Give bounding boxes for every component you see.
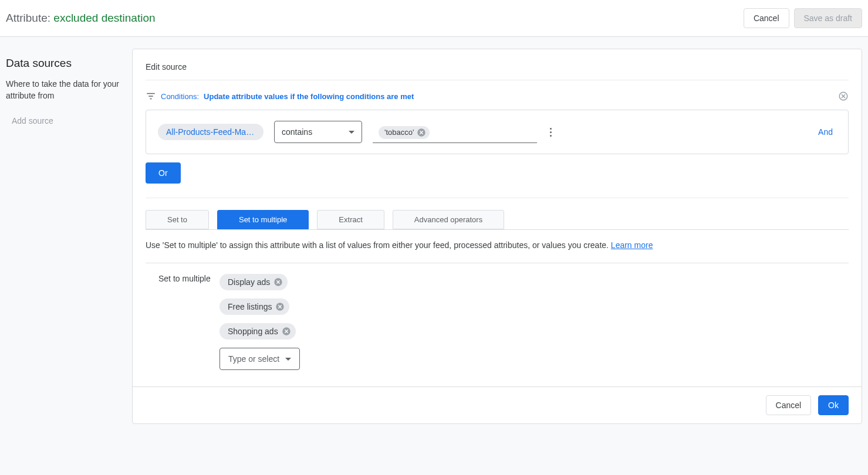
multi-value-text: Shopping ads [228,327,278,336]
condition-value-chip[interactable]: 'tobacco' [379,126,430,139]
attribute-label-prefix: Attribute: [6,12,53,24]
condition-value-text: 'tobacco' [384,128,414,137]
multi-values-list: Display ads Free listings Shopping ads [219,274,300,370]
remove-chip-button[interactable] [275,302,285,311]
type-or-select-input[interactable]: Type or select [219,348,300,370]
set-to-multiple-label: Set to multiple [158,274,219,370]
edit-source-title: Edit source [133,49,862,80]
tab-set-to-multiple[interactable]: Set to multiple [217,210,309,229]
conditions-label: Conditions: [161,92,199,101]
sidebar: Data sources Where to take the data for … [6,37,132,424]
close-icon [417,128,426,137]
remove-chip-button[interactable] [273,277,283,287]
close-icon [273,277,283,287]
condition-source-chip[interactable]: All-Products-Feed-Magent… [158,124,264,140]
panel-footer: Cancel Ok [133,386,862,423]
close-icon [282,327,291,336]
multi-value-chip[interactable]: Shopping ads [219,323,296,340]
remove-value-button[interactable] [417,128,426,137]
conditions-header: Conditions: Update attribute values if t… [133,80,862,110]
multi-value-chip[interactable]: Display ads [219,274,288,290]
page-header: Attribute: excluded destination Cancel S… [0,0,868,37]
save-draft-button: Save as draft [794,8,863,28]
sidebar-description: Where to take the data for your attribut… [6,78,132,102]
condition-menu-button[interactable] [548,125,554,139]
chevron-down-icon [285,358,291,361]
panel-cancel-button[interactable]: Cancel [766,395,812,415]
type-or-select-placeholder: Type or select [228,354,279,364]
condition-operator-select[interactable]: contains [274,121,362,143]
panel-ok-button[interactable]: Ok [818,395,849,415]
close-conditions-button[interactable] [838,91,849,101]
header-actions: Cancel Save as draft [744,8,862,28]
close-icon [275,302,285,311]
conditions-text: Update attribute values if the following… [204,92,414,101]
condition-operator-value: contains [282,127,312,137]
chevron-down-icon [349,131,354,134]
cancel-button[interactable]: Cancel [744,8,789,28]
multi-value-chip[interactable]: Free listings [219,298,289,315]
helper-text: Use 'Set to multiple' to assign this att… [133,230,862,263]
condition-value-input[interactable]: 'tobacco' [373,121,537,143]
learn-more-link[interactable]: Learn more [611,240,653,250]
close-icon [838,91,849,101]
helper-text-content: Use 'Set to multiple' to assign this att… [146,240,611,250]
filter-icon [146,91,156,101]
divider [146,198,849,198]
sidebar-title: Data sources [6,57,132,70]
add-source-link[interactable]: Add source [6,116,132,125]
multi-value-text: Display ads [228,277,270,287]
tab-advanced-operators[interactable]: Advanced operators [393,210,504,229]
tab-extract[interactable]: Extract [317,210,384,229]
tabs-row: Set to Set to multiple Extract Advanced … [133,210,862,229]
attribute-name: excluded destination [53,12,155,24]
tab-set-to[interactable]: Set to [146,210,209,229]
content-area: Data sources Where to take the data for … [0,37,868,447]
or-button[interactable]: Or [146,162,181,184]
attribute-title: Attribute: excluded destination [6,12,156,25]
set-to-multiple-section: Set to multiple Display ads Free listing… [146,263,849,386]
main-panel: Edit source Conditions: Update attribute… [132,49,862,424]
and-button[interactable]: And [818,127,833,137]
condition-row: All-Products-Feed-Magent… contains 'toba… [146,110,849,154]
remove-chip-button[interactable] [282,327,291,336]
multi-value-text: Free listings [228,302,272,311]
